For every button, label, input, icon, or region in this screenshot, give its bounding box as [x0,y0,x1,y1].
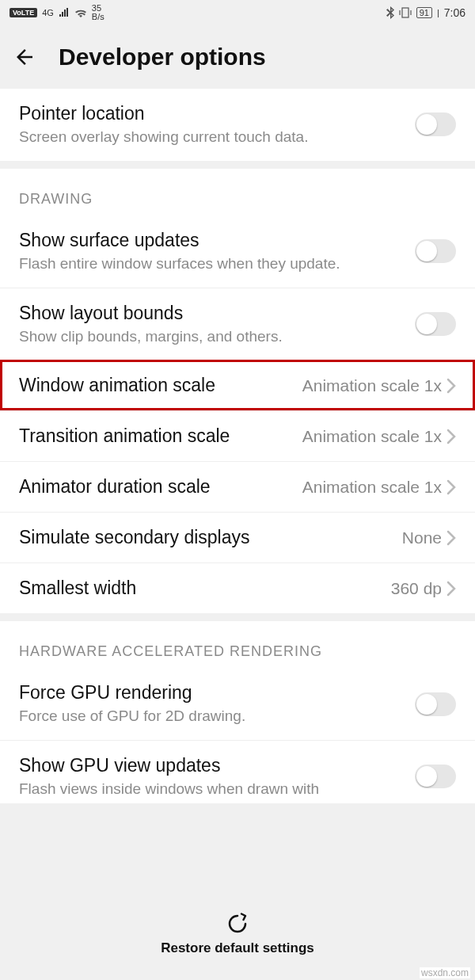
row-window-animation-scale[interactable]: Window animation scale Animation scale 1… [0,360,475,410]
row-simulate-secondary-displays[interactable]: Simulate secondary displays None [0,512,475,562]
svg-rect-0 [402,8,408,17]
battery-icon: 91 [416,7,432,18]
wifi-icon [74,8,87,17]
status-left: VoLTE 4G 35 B/s [10,4,104,21]
restore-defaults-button[interactable]: Restore default settings [0,904,475,963]
volte-icon: VoLTE [10,8,37,17]
layout-bounds-switch[interactable] [415,312,456,336]
network-type: 4G [42,9,54,17]
status-bar: VoLTE 4G 35 B/s 91 | 7:06 [0,0,475,25]
bluetooth-icon [386,6,394,19]
back-icon[interactable] [13,45,36,69]
section-top-partial: Pointer location Screen overlay showing … [0,89,475,161]
row-desc: Screen overlay showing current touch dat… [19,128,405,147]
surface-updates-switch[interactable] [415,239,456,263]
row-show-gpu-view-updates[interactable]: Show GPU view updates Flash views inside… [0,740,475,803]
section-hardware: HARDWARE ACCELERATED RENDERING Force GPU… [0,621,475,803]
row-show-surface-updates[interactable]: Show surface updates Flash entire window… [0,215,475,288]
row-animator-duration-scale[interactable]: Animator duration scale Animation scale … [0,461,475,512]
section-drawing: DRAWING Show surface updates Flash entir… [0,169,475,614]
app-header: Developer options [0,25,475,89]
watermark: wsxdn.com [420,967,470,978]
section-header-hardware: HARDWARE ACCELERATED RENDERING [0,621,475,668]
row-show-layout-bounds[interactable]: Show layout bounds Show clip bounds, mar… [0,288,475,360]
show-gpu-switch[interactable] [415,765,456,788]
section-header-drawing: DRAWING [0,169,475,215]
row-title: Pointer location [19,103,405,124]
status-right: 91 | 7:06 [386,6,466,19]
restore-icon [226,912,249,936]
restore-label: Restore default settings [0,940,475,956]
chevron-right-icon [446,429,456,444]
chevron-right-icon [446,378,456,394]
chevron-right-icon [446,581,456,597]
net-speed: 35 B/s [92,4,104,21]
row-transition-animation-scale[interactable]: Transition animation scale Animation sca… [0,410,475,461]
chevron-right-icon [446,530,456,546]
chevron-right-icon [446,479,456,495]
row-smallest-width[interactable]: Smallest width 360 dp [0,562,475,613]
row-pointer-location[interactable]: Pointer location Screen overlay showing … [0,89,475,161]
pointer-location-switch[interactable] [415,112,456,136]
vibrate-icon [399,7,412,18]
clock: 7:06 [444,6,466,19]
page-title: Developer options [59,44,266,71]
row-force-gpu-rendering[interactable]: Force GPU rendering Force use of GPU for… [0,668,475,740]
signal-icon [59,8,70,17]
force-gpu-switch[interactable] [415,692,456,716]
